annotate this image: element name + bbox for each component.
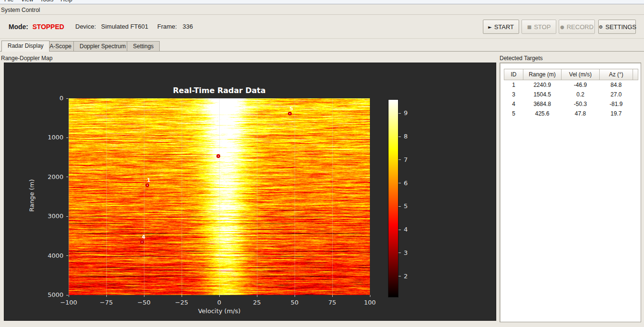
table-cell <box>633 109 638 118</box>
frame-label: Frame: <box>157 23 177 30</box>
start-button[interactable]: ►START <box>483 20 519 34</box>
y-tick-label: 1000 <box>33 134 63 141</box>
x-tick-mark <box>106 295 107 297</box>
detected-targets-table[interactable]: ID Range (m) Vel (m/s) Az (°) 12240.9-46… <box>504 69 638 118</box>
table-row[interactable]: 43684.8-50.3-81.9 <box>504 99 638 109</box>
target-marker[interactable] <box>140 240 144 244</box>
colorbar-tick-label: 6 <box>404 179 408 187</box>
record-icon: ● <box>560 24 564 30</box>
table-cell: 27.0 <box>600 90 633 99</box>
table-cell: 3 <box>504 90 523 99</box>
record-button[interactable]: ●RECORD <box>559 20 595 34</box>
colorbar-tick-mark <box>399 113 401 114</box>
column-header-range[interactable]: Range (m) <box>523 69 562 80</box>
mode-label: Mode: <box>9 23 28 31</box>
target-marker-label: 4 <box>140 234 147 240</box>
x-tick-label: 0 <box>207 299 231 306</box>
table-row[interactable]: 5425.647.819.7 <box>504 109 638 118</box>
x-tick-label: 100 <box>358 299 382 306</box>
frame-value: 336 <box>183 23 193 30</box>
colorbar-tick-label: 8 <box>404 133 408 140</box>
table-cell <box>633 80 638 90</box>
menu-bar: File View Tools Help <box>0 0 644 4</box>
tab-doppler-spectrum[interactable]: Doppler Spectrum <box>73 41 132 52</box>
y-tick-mark <box>66 255 68 256</box>
menu-tools[interactable]: Tools <box>40 0 53 4</box>
range-doppler-caption: Range-Doppler Map <box>1 55 52 62</box>
x-tick-label: −100 <box>57 299 81 306</box>
table-cell: 1 <box>504 80 523 90</box>
table-header: ID Range (m) Vel (m/s) Az (°) <box>504 69 638 80</box>
settings-button-label: SETTINGS <box>605 23 636 31</box>
table-cell <box>633 90 638 99</box>
colorbar-tick-label: 5 <box>404 202 408 210</box>
range-doppler-heatmap[interactable] <box>69 98 370 295</box>
table-row[interactable]: 12240.9-46.984.8 <box>504 80 638 90</box>
gear-icon: ⚙ <box>599 24 603 30</box>
tab-radar-display[interactable]: Radar Display <box>1 41 50 52</box>
mode-value: STOPPED <box>32 23 64 31</box>
device-value: Simulated FT601 <box>101 23 148 30</box>
table-cell: 4 <box>504 99 523 109</box>
x-axis-label: Velocity (m/s) <box>69 307 370 315</box>
colorbar-tick-mark <box>399 137 401 137</box>
table-cell: 47.8 <box>562 109 600 118</box>
radar-app-window: { "menu": { "items": [ {"label":"File"},… <box>0 0 644 327</box>
y-tick-mark <box>66 295 68 295</box>
colorbar <box>388 99 399 297</box>
y-tick-label: 3000 <box>33 212 63 220</box>
y-tick-label: 2000 <box>33 173 63 180</box>
range-doppler-panel: Real-Time Radar Data Velocity (m/s) Rang… <box>4 63 496 321</box>
table-cell: 19.7 <box>600 109 633 118</box>
stop-button[interactable]: ■STOP <box>521 20 556 34</box>
menu-help[interactable]: Help <box>61 0 72 4</box>
target-marker-label: 1 <box>145 177 153 183</box>
menu-view[interactable]: View <box>21 0 33 4</box>
table-cell: -46.9 <box>562 80 600 90</box>
table-cell: 3684.8 <box>523 99 562 109</box>
y-tick-mark <box>66 137 68 138</box>
column-header-vel[interactable]: Vel (m/s) <box>562 69 600 80</box>
target-marker[interactable] <box>216 154 220 158</box>
tab-bar-line <box>0 51 644 52</box>
table-cell: 5 <box>504 109 523 118</box>
x-tick-mark <box>219 295 220 297</box>
device-label: Device: <box>75 23 96 30</box>
x-tick-label: −50 <box>132 299 156 306</box>
stop-icon: ■ <box>527 24 532 30</box>
y-tick-label: 5000 <box>33 291 63 298</box>
colorbar-tick-mark <box>399 276 401 276</box>
table-cell: 425.6 <box>523 109 562 118</box>
stop-button-label: STOP <box>534 23 551 31</box>
table-cell <box>633 99 638 109</box>
x-tick-mark <box>182 295 182 297</box>
column-header-id[interactable]: ID <box>504 69 523 80</box>
table-cell: 0.2 <box>562 90 600 99</box>
colorbar-tick-mark <box>399 230 401 230</box>
target-marker-label: 5 <box>287 105 295 112</box>
target-marker[interactable] <box>145 183 149 187</box>
table-row[interactable]: 31504.50.227.0 <box>504 90 638 99</box>
colorbar-tick-label: 4 <box>404 226 408 233</box>
system-control-group-label: System Control <box>1 7 40 13</box>
table-cell: 1504.5 <box>523 90 562 99</box>
colorbar-tick-label: 7 <box>404 156 408 163</box>
colorbar-tick-label: 3 <box>404 249 408 256</box>
menu-file[interactable]: File <box>4 0 13 4</box>
x-tick-mark <box>69 295 69 297</box>
column-header-stub <box>633 69 638 80</box>
colorbar-tick-mark <box>399 253 401 253</box>
target-marker-label: 3 <box>216 148 224 154</box>
y-tick-mark <box>66 98 68 99</box>
colorbar-tick-mark <box>399 183 401 183</box>
record-button-label: RECORD <box>567 23 593 31</box>
toolbar-separator <box>0 38 644 39</box>
colorbar-tick-label: 2 <box>404 273 408 280</box>
settings-button[interactable]: ⚙SETTINGS <box>598 20 636 34</box>
y-tick-mark <box>66 216 68 217</box>
tab-settings[interactable]: Settings <box>127 41 160 52</box>
x-tick-mark <box>144 295 144 297</box>
start-button-label: START <box>494 23 514 31</box>
plot-title: Real-Time Radar Data <box>69 86 370 95</box>
column-header-az[interactable]: Az (°) <box>600 69 633 80</box>
